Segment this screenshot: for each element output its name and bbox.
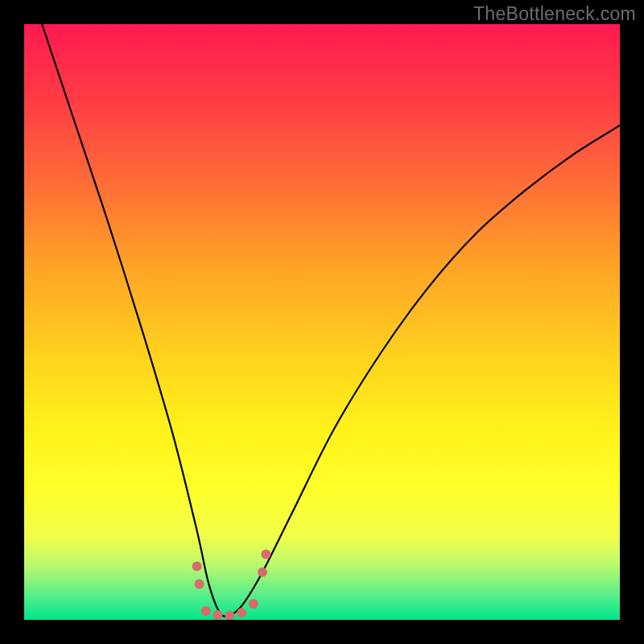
- trough-marker: [258, 568, 267, 577]
- bottleneck-curve-path: [42, 24, 620, 617]
- trough-marker: [195, 580, 204, 589]
- trough-marker: [201, 606, 211, 616]
- watermark-text: TheBottleneck.com: [473, 3, 636, 25]
- trough-marker: [237, 608, 246, 617]
- chart-plot-area: [24, 24, 620, 620]
- trough-marker: [213, 610, 223, 620]
- trough-marker: [261, 550, 270, 559]
- trough-marker: [249, 599, 258, 609]
- trough-marker: [225, 611, 234, 620]
- bottleneck-curve-svg: [24, 24, 620, 620]
- trough-marker: [192, 561, 202, 571]
